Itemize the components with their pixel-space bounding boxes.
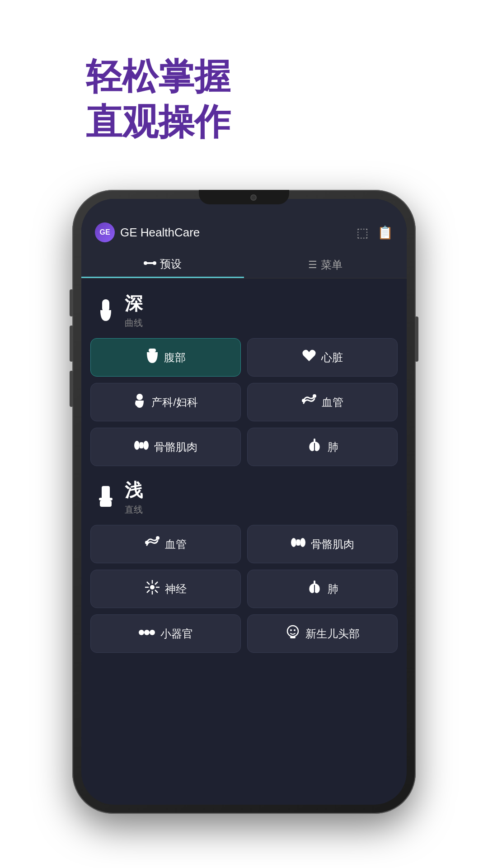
heart-icon [302, 349, 316, 365]
power-button [415, 316, 418, 362]
heart-label: 心脏 [321, 350, 343, 365]
category-skeletal2[interactable]: 骨骼肌肉 [247, 525, 398, 563]
svg-rect-28 [314, 580, 315, 585]
tab-preset-label: 预设 [160, 257, 182, 271]
header-icons: ⬚ 📋 [357, 225, 393, 240]
deep-section-info: 深 曲线 [125, 291, 143, 329]
nerve-icon [145, 580, 160, 598]
deep-categories-grid: 腹部 心脏 [90, 338, 398, 466]
abdomen-label: 腹部 [164, 350, 186, 365]
exit-icon[interactable]: ⬚ [357, 225, 368, 240]
svg-line-24 [147, 582, 150, 585]
vascular2-icon [145, 536, 160, 552]
category-nerve[interactable]: 神经 [90, 570, 241, 608]
headline-line2: 直观操作 [86, 99, 230, 145]
front-camera [250, 194, 257, 201]
menu-icon: ☰ [308, 259, 317, 271]
svg-rect-13 [99, 498, 113, 500]
obgyn-icon [133, 393, 146, 411]
skeletal1-icon [134, 438, 149, 456]
category-abdomen[interactable]: 腹部 [90, 338, 241, 377]
brand-name: GE HealthCare [120, 226, 200, 240]
skeletal1-label: 骨骼肌肉 [154, 440, 197, 454]
shallow-section-info: 浅 直线 [125, 478, 143, 516]
shallow-probe-icon [98, 486, 113, 508]
svg-point-10 [143, 441, 149, 450]
category-small-organ[interactable]: 小器官 [90, 614, 241, 653]
svg-point-9 [134, 441, 140, 450]
shallow-probe-icon-area [94, 485, 117, 509]
silent-button [70, 289, 73, 316]
shallow-section-title: 浅 [125, 478, 143, 503]
category-vascular1[interactable]: 血管 [247, 383, 398, 421]
nerve-label: 神经 [165, 582, 187, 596]
category-lung2[interactable]: 肺 [247, 570, 398, 608]
phone-notch [199, 190, 289, 204]
tab-menu-label: 菜单 [321, 258, 343, 272]
svg-point-5 [136, 394, 143, 400]
lung1-label: 肺 [328, 440, 338, 454]
svg-line-27 [147, 590, 150, 593]
clipboard-icon[interactable]: 📋 [377, 225, 393, 240]
svg-point-16 [156, 536, 160, 540]
svg-point-15 [145, 541, 149, 544]
vascular1-icon [302, 394, 316, 410]
svg-point-8 [313, 394, 316, 398]
svg-rect-35 [290, 637, 296, 638]
tab-menu[interactable]: ☰ 菜单 [244, 250, 407, 278]
category-vascular2[interactable]: 血管 [90, 525, 241, 563]
skeletal2-label: 骨骼肌肉 [311, 537, 354, 552]
shallow-categories-grid: 血管 骨骼肌肉 [90, 525, 398, 653]
category-lung1[interactable]: 肺 [247, 428, 398, 466]
svg-point-31 [150, 630, 155, 635]
lung1-icon [307, 439, 322, 455]
category-heart[interactable]: 心脏 [247, 338, 398, 377]
svg-point-29 [139, 630, 144, 635]
svg-point-19 [150, 585, 155, 590]
page-container: 轻松掌握 直观操作 GE GE HealthCare [0, 0, 488, 868]
svg-line-25 [155, 590, 158, 593]
deep-section-subtitle: 曲线 [125, 317, 143, 329]
svg-point-32 [287, 626, 298, 637]
preset-icon [144, 258, 156, 270]
svg-point-34 [294, 629, 296, 631]
vascular2-label: 血管 [165, 537, 187, 552]
phone-screen: GE GE HealthCare ⬚ 📋 [81, 199, 407, 805]
obgyn-label: 产科/妇科 [151, 395, 198, 410]
phone-mockup: GE GE HealthCare ⬚ 📋 [72, 190, 416, 814]
app-content: 深 曲线 [81, 278, 407, 805]
svg-point-17 [291, 538, 296, 547]
phone-frame: GE GE HealthCare ⬚ 📋 [72, 190, 416, 814]
svg-point-6 [135, 401, 139, 406]
app-header: GE GE HealthCare ⬚ 📋 [81, 199, 407, 250]
deep-section-title: 深 [125, 291, 143, 316]
category-obgyn[interactable]: 产科/妇科 [90, 383, 241, 421]
lung2-icon [307, 580, 322, 597]
deep-section-header: 深 曲线 [90, 286, 398, 335]
svg-point-33 [290, 629, 292, 631]
neonate-head-label: 新生儿头部 [305, 627, 360, 641]
tab-bar: 预设 ☰ 菜单 [81, 250, 407, 278]
shallow-section-header: 浅 直线 [90, 472, 398, 521]
svg-rect-14 [100, 500, 112, 507]
abdomen-icon [146, 349, 159, 366]
shallow-section-subtitle: 直线 [125, 504, 143, 516]
headline-line1: 轻松掌握 [86, 54, 230, 99]
vascular1-label: 血管 [322, 395, 343, 410]
lung2-label: 肺 [328, 582, 338, 596]
small-organ-icon [139, 627, 155, 641]
deep-probe-icon [98, 299, 114, 321]
category-neonate-head[interactable]: 新生儿头部 [247, 614, 398, 653]
tab-preset[interactable]: 预设 [81, 250, 244, 278]
category-skeletal1[interactable]: 骨骼肌肉 [90, 428, 241, 466]
deep-probe-icon-area [94, 298, 117, 322]
logo-area: GE GE HealthCare [95, 222, 200, 242]
svg-rect-12 [102, 486, 110, 500]
svg-line-26 [155, 582, 158, 585]
neonate-head-icon [286, 625, 300, 642]
svg-rect-4 [149, 349, 156, 352]
svg-rect-2 [145, 262, 155, 264]
ge-logo: GE [95, 222, 115, 242]
volume-up-button [70, 326, 73, 362]
svg-point-18 [300, 538, 305, 547]
